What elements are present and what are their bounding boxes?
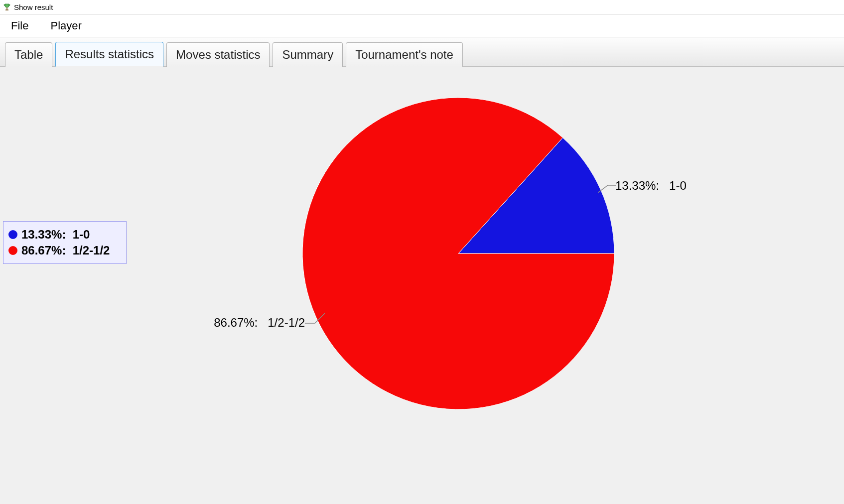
tabstrip: Table Results statistics Moves statistic…	[0, 37, 844, 67]
window-title: Show result	[14, 3, 53, 11]
leader-line-left	[305, 313, 325, 328]
legend-row-1-0: 13.33%: 1-0	[8, 228, 121, 242]
leader-line-right	[598, 168, 618, 193]
menu-player[interactable]: Player	[46, 16, 85, 35]
titlebar: Show result	[0, 0, 844, 15]
tab-tournaments-note[interactable]: Tournament's note	[346, 42, 463, 67]
legend-box: 13.33%: 1-0 86.67%: 1/2-1/2	[3, 221, 127, 264]
trophy-icon	[3, 3, 11, 11]
legend-label-draw: 86.67%: 1/2-1/2	[21, 244, 110, 257]
menubar: File Player	[0, 15, 844, 37]
tab-summary[interactable]: Summary	[273, 42, 343, 67]
legend-swatch-blue	[8, 230, 17, 239]
tab-results-statistics[interactable]: Results statistics	[55, 42, 163, 67]
svg-rect-0	[6, 7, 7, 9]
legend-label-1-0: 13.33%: 1-0	[21, 228, 90, 242]
tab-table[interactable]: Table	[5, 42, 52, 67]
tab-moves-statistics[interactable]: Moves statistics	[166, 42, 270, 67]
callout-1-0: 13.33%: 1-0	[615, 179, 687, 193]
pie-svg	[301, 97, 615, 410]
pie-chart: 13.33%: 1-0 86.67%: 1/2-1/2	[189, 77, 712, 425]
menu-file[interactable]: File	[7, 16, 32, 35]
legend-row-draw: 86.67%: 1/2-1/2	[8, 244, 121, 257]
legend-swatch-red	[8, 246, 17, 255]
svg-rect-1	[5, 9, 8, 10]
content-area: 13.33%: 1-0 86.67%: 1/2-1/2 13.33%: 1-0 …	[0, 67, 844, 504]
callout-draw: 86.67%: 1/2-1/2	[200, 316, 305, 330]
